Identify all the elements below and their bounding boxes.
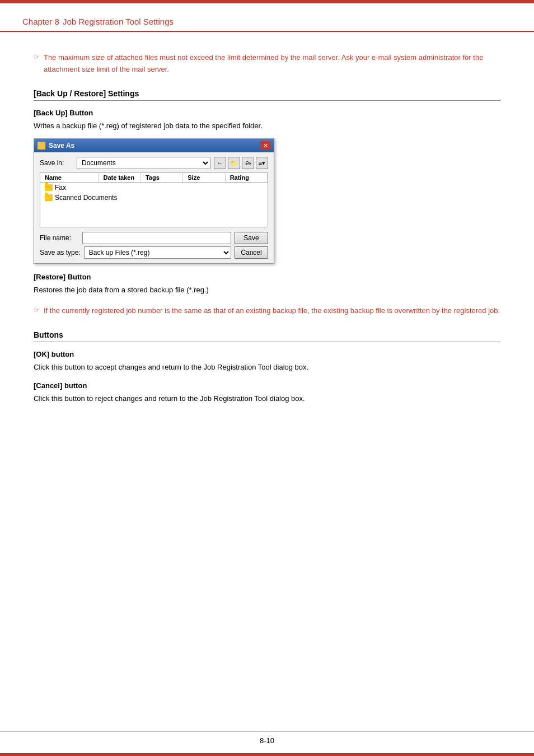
ok-button-description: Click this button to accept changes and … (34, 362, 500, 374)
save-in-label: Save in: (40, 159, 73, 167)
filename-row: File name: Save (40, 232, 268, 244)
restore-tip-text: If the currently registered job number i… (44, 305, 500, 317)
tip-text: The maximum size of attached files must … (44, 52, 500, 76)
restore-button-title: [Restore] Button (34, 273, 500, 281)
dialog-close-button[interactable]: ✕ (260, 141, 270, 150)
backup-button-description: Writes a backup file (*.reg) of register… (34, 120, 500, 132)
folder-icon-scanned (45, 194, 53, 201)
dialog-window-icon (38, 142, 45, 150)
footer-red-bar (0, 753, 534, 756)
col-size: Size (183, 173, 225, 182)
save-in-select[interactable]: Documents (77, 157, 210, 169)
savetype-row: Save as type: Back up Files (*.reg) Canc… (40, 246, 268, 259)
filename-input[interactable] (82, 232, 231, 244)
ok-button-title: [OK] button (34, 350, 500, 358)
list-item: Fax (40, 183, 268, 193)
folder-icon-fax (45, 184, 53, 191)
page-number: 8-10 (260, 736, 274, 745)
chapter-header: Chapter 8 Job Registration Tool Settings (0, 0, 534, 32)
dialog-save-button[interactable]: Save (235, 232, 268, 244)
col-name: Name (40, 173, 99, 182)
tip-icon: ☞ (34, 53, 40, 61)
toolbar-view-btn[interactable]: ≡▾ (256, 157, 268, 169)
save-in-row: Save in: Documents ← 📁 🗁 ≡▾ (40, 157, 268, 169)
main-content: ☞ The maximum size of attached files mus… (0, 32, 534, 432)
save-as-dialog: Save As ✕ Save in: Documents ← 📁 🗁 ≡▾ (34, 138, 274, 264)
dialog-cancel-button[interactable]: Cancel (235, 246, 268, 259)
page-footer: 8-10 (0, 731, 534, 745)
toolbar-newfolder-btn[interactable]: 🗁 (242, 157, 254, 169)
dialog-titlebar-left: Save As (38, 142, 74, 150)
file-item-fax: Fax (55, 184, 66, 192)
dialog-titlebar: Save As ✕ (34, 139, 274, 152)
file-list-body: Fax Scanned Documents (40, 183, 268, 227)
dialog-toolbar: ← 📁 🗁 ≡▾ (214, 157, 268, 169)
toolbar-folder-btn[interactable]: 📁 (228, 157, 240, 169)
cancel-button-title: [Cancel] button (34, 381, 500, 390)
dialog-body: Save in: Documents ← 📁 🗁 ≡▾ Name Date ta… (34, 152, 274, 263)
restore-button-description: Restores the job data from a stored back… (34, 284, 500, 296)
chapter-title: Job Registration Tool Settings (63, 17, 174, 26)
col-rating: Rating (226, 173, 268, 182)
toolbar-back-btn[interactable]: ← (214, 157, 226, 169)
savetype-select[interactable]: Back up Files (*.reg) (84, 246, 231, 259)
dialog-title: Save As (49, 142, 74, 150)
file-list-header: Name Date taken Tags Size Rating (40, 172, 268, 183)
col-date-taken: Date taken (99, 173, 141, 182)
cancel-button-description: Click this button to reject changes and … (34, 393, 500, 405)
section-backup-restore-title: [Back Up / Restore] Settings (34, 89, 500, 101)
savetype-label: Save as type: (40, 249, 81, 256)
chapter-label: Chapter 8 (22, 17, 59, 26)
tip-block: ☞ The maximum size of attached files mus… (34, 52, 500, 76)
backup-button-title: [Back Up] Button (34, 109, 500, 117)
filename-label: File name: (40, 234, 79, 242)
header-red-bar (0, 0, 534, 3)
col-tags: Tags (141, 173, 183, 182)
list-item: Scanned Documents (40, 193, 268, 203)
file-item-scanned: Scanned Documents (55, 194, 117, 202)
restore-tip-icon: ☞ (34, 306, 40, 314)
section-buttons-title: Buttons (34, 330, 500, 342)
restore-tip-block: ☞ If the currently registered job number… (34, 305, 500, 317)
